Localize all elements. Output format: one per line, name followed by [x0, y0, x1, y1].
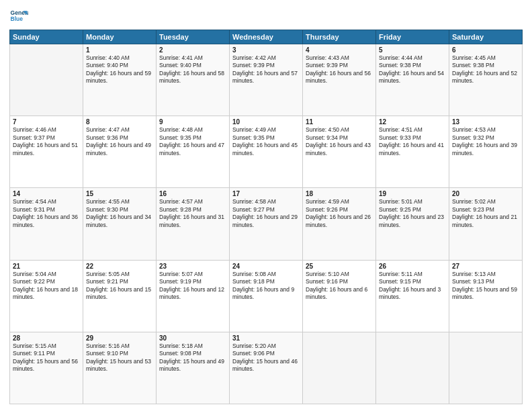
cell-text: Sunrise: 5:11 AMSunset: 9:15 PMDaylight:… [379, 271, 441, 300]
day-number: 23 [159, 263, 226, 270]
day-number: 8 [86, 118, 153, 126]
cell-text: Sunrise: 4:50 AMSunset: 9:34 PMDaylight:… [306, 126, 371, 156]
calendar-table: SundayMondayTuesdayWednesdayThursdayFrid… [9, 30, 523, 404]
header-day-tuesday: Tuesday [157, 30, 230, 44]
calendar-cell: 13Sunrise: 4:53 AMSunset: 9:32 PMDayligh… [449, 116, 523, 188]
cell-text: Sunrise: 4:54 AMSunset: 9:31 PMDaylight:… [13, 198, 78, 228]
header-day-thursday: Thursday [303, 30, 376, 44]
day-number: 24 [232, 263, 300, 270]
cell-text: Sunrise: 5:20 AMSunset: 9:06 PMDaylight:… [232, 342, 298, 372]
calendar-cell: 11Sunrise: 4:50 AMSunset: 9:34 PMDayligh… [303, 116, 376, 188]
calendar-cell: 8Sunrise: 4:47 AMSunset: 9:36 PMDaylight… [83, 116, 157, 188]
day-number: 31 [232, 334, 300, 342]
cell-text: Sunrise: 4:48 AMSunset: 9:35 PMDaylight:… [159, 126, 224, 156]
calendar-cell [10, 44, 83, 116]
logo: General Blue [9, 7, 28, 26]
day-number: 1 [86, 46, 153, 54]
day-number: 11 [306, 118, 373, 126]
calendar-cell: 19Sunrise: 5:01 AMSunset: 9:25 PMDayligh… [376, 188, 449, 260]
day-number: 29 [86, 334, 153, 342]
calendar-cell: 30Sunrise: 5:18 AMSunset: 9:08 PMDayligh… [157, 332, 230, 404]
svg-text:Blue: Blue [11, 15, 24, 22]
calendar-cell: 12Sunrise: 4:51 AMSunset: 9:33 PMDayligh… [376, 116, 449, 188]
cell-text: Sunrise: 4:44 AMSunset: 9:38 PMDaylight:… [379, 54, 444, 84]
day-number: 19 [379, 190, 446, 197]
cell-text: Sunrise: 5:04 AMSunset: 9:22 PMDaylight:… [13, 271, 78, 300]
cell-text: Sunrise: 5:18 AMSunset: 9:08 PMDaylight:… [159, 342, 224, 372]
calendar-cell: 9Sunrise: 4:48 AMSunset: 9:35 PMDaylight… [157, 116, 230, 188]
day-number: 2 [159, 46, 226, 54]
day-number: 7 [13, 118, 80, 126]
day-number: 13 [452, 118, 519, 126]
cell-text: Sunrise: 4:57 AMSunset: 9:28 PMDaylight:… [159, 198, 224, 228]
cell-text: Sunrise: 4:46 AMSunset: 9:37 PMDaylight:… [13, 126, 78, 156]
cell-text: Sunrise: 4:43 AMSunset: 9:39 PMDaylight:… [306, 54, 371, 84]
calendar-cell: 4Sunrise: 4:43 AMSunset: 9:39 PMDaylight… [303, 44, 376, 116]
calendar-cell: 20Sunrise: 5:02 AMSunset: 9:23 PMDayligh… [449, 188, 523, 260]
day-number: 10 [232, 118, 300, 126]
cell-text: Sunrise: 5:07 AMSunset: 9:19 PMDaylight:… [159, 271, 224, 300]
header-day-wednesday: Wednesday [230, 30, 303, 44]
cell-text: Sunrise: 5:05 AMSunset: 9:21 PMDaylight:… [86, 271, 151, 300]
calendar-cell: 25Sunrise: 5:10 AMSunset: 9:16 PMDayligh… [303, 260, 376, 332]
calendar-cell: 17Sunrise: 4:58 AMSunset: 9:27 PMDayligh… [230, 188, 303, 260]
calendar-cell: 10Sunrise: 4:49 AMSunset: 9:35 PMDayligh… [230, 116, 303, 188]
day-number: 16 [159, 190, 226, 197]
day-number: 6 [452, 46, 519, 54]
calendar-cell: 26Sunrise: 5:11 AMSunset: 9:15 PMDayligh… [376, 260, 449, 332]
calendar-cell: 14Sunrise: 4:54 AMSunset: 9:31 PMDayligh… [10, 188, 83, 260]
calendar-cell: 27Sunrise: 5:13 AMSunset: 9:13 PMDayligh… [449, 260, 523, 332]
cell-text: Sunrise: 4:59 AMSunset: 9:26 PMDaylight:… [306, 198, 371, 228]
calendar-cell: 23Sunrise: 5:07 AMSunset: 9:19 PMDayligh… [157, 260, 230, 332]
logo-icon: General Blue [9, 7, 28, 26]
day-number: 20 [452, 190, 519, 197]
calendar-cell: 6Sunrise: 4:45 AMSunset: 9:38 PMDaylight… [449, 44, 523, 116]
day-number: 14 [13, 190, 80, 197]
header-day-friday: Friday [376, 30, 449, 44]
calendar-cell: 24Sunrise: 5:08 AMSunset: 9:18 PMDayligh… [230, 260, 303, 332]
calendar-cell: 29Sunrise: 5:16 AMSunset: 9:10 PMDayligh… [83, 332, 157, 404]
calendar-cell: 3Sunrise: 4:42 AMSunset: 9:39 PMDaylight… [230, 44, 303, 116]
calendar-cell [303, 332, 376, 404]
calendar-cell: 16Sunrise: 4:57 AMSunset: 9:28 PMDayligh… [157, 188, 230, 260]
day-number: 3 [232, 46, 300, 54]
day-number: 17 [232, 190, 300, 197]
calendar-cell: 18Sunrise: 4:59 AMSunset: 9:26 PMDayligh… [303, 188, 376, 260]
page: General Blue SundayMondayTuesdayWednesda… [0, 0, 532, 411]
calendar-cell: 2Sunrise: 4:41 AMSunset: 9:40 PMDaylight… [157, 44, 230, 116]
calendar-cell: 31Sunrise: 5:20 AMSunset: 9:06 PMDayligh… [230, 332, 303, 404]
day-number: 26 [379, 263, 446, 270]
week-row-3: 14Sunrise: 4:54 AMSunset: 9:31 PMDayligh… [10, 188, 523, 260]
day-number: 9 [159, 118, 226, 126]
day-number: 5 [379, 46, 446, 54]
cell-text: Sunrise: 5:13 AMSunset: 9:13 PMDaylight:… [452, 271, 517, 300]
week-row-2: 7Sunrise: 4:46 AMSunset: 9:37 PMDaylight… [10, 116, 523, 188]
calendar-cell: 5Sunrise: 4:44 AMSunset: 9:38 PMDaylight… [376, 44, 449, 116]
cell-text: Sunrise: 4:51 AMSunset: 9:33 PMDaylight:… [379, 126, 444, 156]
header: General Blue [9, 7, 523, 26]
day-number: 15 [86, 190, 153, 197]
calendar-cell [376, 332, 449, 404]
calendar-cell: 22Sunrise: 5:05 AMSunset: 9:21 PMDayligh… [83, 260, 157, 332]
calendar-cell: 7Sunrise: 4:46 AMSunset: 9:37 PMDaylight… [10, 116, 83, 188]
header-row: SundayMondayTuesdayWednesdayThursdayFrid… [10, 30, 523, 44]
calendar-cell: 28Sunrise: 5:15 AMSunset: 9:11 PMDayligh… [10, 332, 83, 404]
day-number: 30 [159, 334, 226, 342]
cell-text: Sunrise: 4:47 AMSunset: 9:36 PMDaylight:… [86, 126, 151, 156]
week-row-5: 28Sunrise: 5:15 AMSunset: 9:11 PMDayligh… [10, 332, 523, 404]
calendar-cell: 21Sunrise: 5:04 AMSunset: 9:22 PMDayligh… [10, 260, 83, 332]
cell-text: Sunrise: 4:41 AMSunset: 9:40 PMDaylight:… [159, 54, 224, 84]
week-row-1: 1Sunrise: 4:40 AMSunset: 9:40 PMDaylight… [10, 44, 523, 116]
cell-text: Sunrise: 5:02 AMSunset: 9:23 PMDaylight:… [452, 198, 517, 228]
cell-text: Sunrise: 4:40 AMSunset: 9:40 PMDaylight:… [86, 54, 151, 84]
day-number: 27 [452, 263, 519, 270]
cell-text: Sunrise: 5:16 AMSunset: 9:10 PMDaylight:… [86, 342, 151, 372]
cell-text: Sunrise: 5:10 AMSunset: 9:16 PMDaylight:… [306, 271, 367, 300]
day-number: 12 [379, 118, 446, 126]
calendar-cell: 15Sunrise: 4:55 AMSunset: 9:30 PMDayligh… [83, 188, 157, 260]
day-number: 21 [13, 263, 80, 270]
calendar-cell [449, 332, 523, 404]
header-day-saturday: Saturday [449, 30, 523, 44]
cell-text: Sunrise: 5:08 AMSunset: 9:18 PMDaylight:… [232, 271, 294, 300]
day-number: 4 [306, 46, 373, 54]
